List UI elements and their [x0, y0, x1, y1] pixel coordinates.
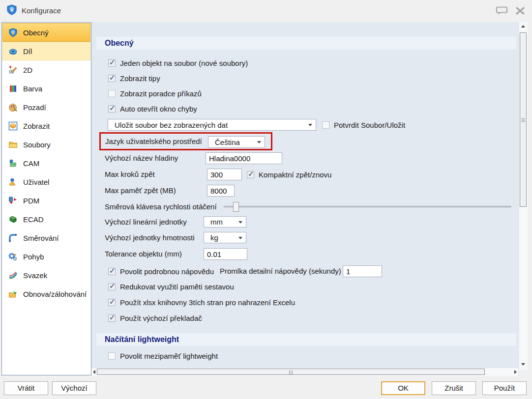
checkbox-row-command-advisor[interactable]: Zobrazit poradce příkazů: [108, 88, 202, 98]
field-label: Výchozí jednotky hmotnosti: [105, 233, 195, 243]
rotation-speed-slider-track[interactable]: [224, 206, 511, 208]
sidebar-item-soubory[interactable]: Soubory: [2, 135, 90, 154]
sidebar-item-obecny[interactable]: Obecný: [2, 23, 90, 42]
sidebar-item-label: Soubory: [23, 141, 51, 149]
sidebar-item-2d[interactable]: 2D: [2, 60, 90, 79]
checkbox-row-auto-open-error[interactable]: Auto otevřít okno chyby: [108, 104, 197, 114]
sidebar-item-zobrazit[interactable]: Zobrazit: [2, 116, 90, 135]
grip-icon: [289, 370, 293, 374]
checkbox[interactable]: [108, 352, 116, 360]
sidebar-item-label: PDM: [23, 197, 39, 205]
scroll-left-icon[interactable]: [93, 370, 95, 374]
ok-button[interactable]: OK: [381, 381, 425, 395]
dropdown-value: mm: [210, 218, 223, 226]
save-mode-dropdown[interactable]: Uložit soubor bez zobrazených dat: [108, 119, 316, 131]
routing-icon: [8, 233, 18, 243]
sidebar-item-label: Uživatel: [23, 178, 49, 186]
language-dropdown[interactable]: Čeština: [208, 136, 265, 148]
sidebar-item-pdm[interactable]: PDM: [2, 191, 90, 210]
checkbox[interactable]: [322, 121, 329, 129]
apply-button[interactable]: Použít: [482, 381, 527, 395]
checkbox[interactable]: [108, 75, 116, 82]
sidebar-item-smerovani[interactable]: Směrování: [2, 228, 90, 247]
sidebar-item-label: CAM: [23, 159, 39, 168]
field-label: Jazyk uživatelského prostředí: [105, 137, 202, 146]
sidebar-item-pozadi[interactable]: Pozadí: [2, 98, 90, 116]
cam-icon: [8, 159, 18, 168]
cancel-button[interactable]: Zrušit: [432, 381, 476, 395]
checkbox-row-lightweight-cache[interactable]: Povolit mezipaměť lightweight: [108, 351, 218, 361]
sidebar-item-label: Pozadí: [23, 103, 46, 112]
feedback-icon[interactable]: [496, 6, 508, 15]
sidebar-item-svazek[interactable]: Svazek: [2, 266, 90, 285]
sidebar-item-ecad[interactable]: ECAD: [2, 210, 90, 228]
horizontal-scrollbar[interactable]: [91, 368, 518, 376]
checkbox-label: Potvrdit Soubor/Uložit: [334, 121, 405, 129]
checkbox-row-detailed-help[interactable]: Povolit podrobnou nápovědu: [108, 266, 214, 276]
checkbox-label: Povolit podrobnou nápovědu: [120, 267, 214, 276]
checkbox[interactable]: [108, 283, 116, 290]
checkbox-label: Kompaktní zpět/znovu: [259, 171, 331, 179]
revert-button[interactable]: Vrátit: [4, 381, 48, 395]
rotation-speed-slider-handle[interactable]: [233, 202, 239, 212]
dropdown-value: Uložit soubor bez zobrazených dat: [115, 121, 228, 129]
sidebar-item-cam[interactable]: CAM: [2, 154, 90, 172]
sidebar-item-uzivatel[interactable]: Uživatel: [2, 172, 90, 191]
chevron-down-icon: [257, 141, 261, 143]
checkbox[interactable]: [108, 105, 116, 113]
checkbox-label: Povolit mezipaměť lightweight: [120, 352, 218, 360]
horizontal-scrollbar-thumb[interactable]: [97, 369, 485, 375]
sidebar-item-label: Zobrazit: [23, 122, 50, 130]
checkbox[interactable]: [247, 171, 254, 178]
motion-icon: [8, 252, 18, 261]
object-tolerance-input[interactable]: [204, 248, 247, 260]
scroll-up-icon[interactable]: [521, 25, 525, 28]
sidebar-item-pohyb[interactable]: Pohyb: [2, 247, 90, 266]
checkbox-row-one-object-per-file[interactable]: Jeden objekt na soubor (nové soubory): [108, 58, 248, 68]
field-label: Promlka detailní nápovědy (sekundy): [220, 266, 341, 276]
default-button[interactable]: Výchozí: [52, 381, 96, 395]
scroll-down-icon[interactable]: [521, 363, 525, 366]
checkbox[interactable]: [108, 59, 116, 67]
checkbox[interactable]: [108, 90, 116, 97]
help-delay-input[interactable]: [343, 265, 382, 277]
field-label: Max paměť zpět (MB): [105, 186, 176, 196]
checkbox-label: Zobrazit poradce příkazů: [120, 89, 202, 98]
checkbox[interactable]: [108, 299, 116, 306]
max-undo-steps-input[interactable]: [207, 169, 242, 180]
sidebar-item-obnova[interactable]: Obnova/zálohování: [2, 285, 90, 303]
field-label: Výchozí lineární jednotky: [105, 217, 187, 227]
close-icon[interactable]: [514, 6, 527, 15]
sidebar-item-label: Obnova/zálohování: [23, 290, 87, 298]
dropdown-value: kg: [210, 233, 218, 242]
user-icon: [8, 177, 18, 187]
section-header-lightweight: Načítání lightweight: [96, 333, 516, 346]
checkbox-row-show-tips[interactable]: Zobrazit tipy: [108, 73, 160, 83]
linear-units-dropdown[interactable]: mm: [204, 216, 246, 228]
display-icon: [8, 121, 18, 131]
scroll-right-icon[interactable]: [514, 370, 517, 374]
sidebar-item-label: Díl: [23, 47, 32, 56]
checkbox-row-reduce-memory[interactable]: Redukovat využití paměti sestavou: [108, 282, 234, 291]
sidebar: Obecný Díl 2D Barva Pozadí Zobrazit Soub…: [1, 22, 91, 375]
sidebar-item-barva[interactable]: Barva: [2, 79, 90, 98]
checkbox-row-compact-undo[interactable]: Kompaktní zpět/znovu: [247, 170, 331, 179]
sidebar-item-dil[interactable]: Díl: [2, 42, 90, 60]
mass-units-dropdown[interactable]: kg: [204, 232, 246, 243]
checkbox-label: Zobrazit tipy: [120, 74, 160, 83]
checkbox-row-default-translator[interactable]: Použít výchozí překladač: [108, 313, 202, 323]
checkbox-row-confirm-save[interactable]: Potvrdit Soubor/Uložit: [322, 120, 405, 130]
chevron-down-icon: [238, 221, 242, 224]
chevron-down-icon: [308, 124, 312, 126]
sidebar-item-label: Obecný: [23, 28, 49, 37]
checkbox[interactable]: [108, 268, 116, 275]
settings-panel: Obecný Jeden objekt na soubor (nové soub…: [91, 22, 519, 376]
field-label: Směrová klávesa rychlosti otáčení: [105, 202, 217, 212]
max-undo-memory-input[interactable]: [207, 185, 235, 197]
checkbox[interactable]: [108, 314, 116, 322]
color-icon: [8, 84, 18, 93]
default-layer-name-input[interactable]: [206, 152, 282, 164]
vertical-scrollbar-thumb[interactable]: [520, 32, 527, 207]
vertical-scrollbar[interactable]: [519, 22, 528, 370]
checkbox-row-xlsx-libraries[interactable]: Použít xlsx knihovny 3tích stran pro nah…: [108, 297, 295, 307]
